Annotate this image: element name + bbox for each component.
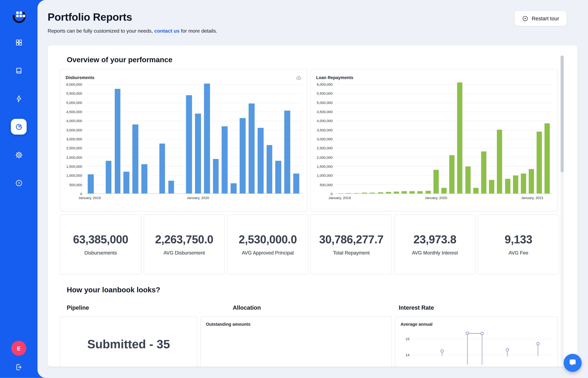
stat-card-disbursements: 63,385,000 Disbursements	[60, 214, 141, 274]
overview-section-title: Overview of your performance	[67, 55, 578, 64]
allocation-card: Outstanding amounts	[200, 316, 392, 367]
interest-rate-subtitle: Average annual	[400, 322, 552, 327]
chat-bubble-icon	[568, 358, 577, 367]
stat-label: AVG Disbursement	[164, 250, 205, 256]
stat-label: AVG Fee	[509, 250, 528, 256]
help-icon: ?	[15, 179, 23, 187]
stats-row: 63,385,000 Disbursements 2,263,750.0 AVG…	[60, 214, 559, 274]
logout-button[interactable]	[11, 361, 27, 373]
lightning-icon	[15, 95, 23, 103]
stat-label: AVG Approved Principal	[242, 250, 294, 256]
stat-value: 2,263,750.0	[155, 233, 213, 246]
scrollbar-thumb[interactable]	[561, 55, 564, 173]
subtitle-text: Reports can be fully customized to your …	[48, 28, 154, 34]
gear-icon	[15, 151, 23, 159]
x-axis: January, 2019January, 2020	[85, 194, 302, 201]
sidebar-item-reports[interactable]	[11, 119, 27, 135]
grid-icon	[15, 39, 23, 46]
stat-value: 9,133	[505, 233, 532, 246]
stat-value: 2,530,000.0	[239, 233, 297, 246]
sidebar-bottom: E	[11, 341, 27, 373]
stat-card-avg-fee: 9,133 AVG Fee	[478, 214, 559, 274]
stat-label: Disbursements	[84, 250, 117, 256]
stat-card-avg-disbursement: 2,263,750.0 AVG Disbursement	[144, 214, 225, 274]
y-axis: 0500,0001,000,0001,500,0002,000,0002,500…	[316, 84, 336, 194]
sidebar-item-actions[interactable]	[11, 91, 27, 107]
book-icon	[15, 67, 23, 74]
disbursements-chart: Disbursments 0500,0001,000,0001,500,0002…	[60, 69, 308, 211]
restart-tour-button[interactable]: Restart tour	[514, 11, 567, 26]
svg-text:?: ?	[18, 181, 20, 185]
svg-text:14: 14	[406, 353, 410, 357]
pipeline-card: Submitted - 35	[60, 316, 197, 367]
plot-area	[336, 84, 552, 194]
pie-chart-icon	[15, 123, 23, 131]
stat-value: 63,385,000	[73, 233, 128, 246]
page-subtitle: Reports can be fully customized to your …	[48, 28, 588, 34]
sidebar-item-loanbook[interactable]	[11, 63, 27, 78]
app-window: ? E Portfolio Reports Reports can b	[0, 0, 588, 378]
sidebar-item-dashboard[interactable]	[11, 35, 27, 50]
loanbook-section-title: How your loanbook looks?	[67, 286, 578, 294]
page-title: Portfolio Reports	[48, 11, 588, 23]
pipeline-heading: Pipeline	[60, 304, 226, 311]
page-header: Portfolio Reports Reports can be fully c…	[38, 0, 588, 34]
interest-rate-card: Average annual 1514	[395, 316, 558, 367]
app-logo[interactable]	[10, 8, 27, 25]
loanbook-row: Submitted - 35 Outstanding amounts Avera…	[60, 316, 558, 367]
stat-card-avg-approved-principal: 2,530,000.0 AVG Approved Principal	[227, 214, 309, 274]
chart-title: Disbursments	[66, 75, 95, 80]
interest-rate-heading: Interest Rate	[392, 304, 558, 311]
sidebar: ? E	[0, 0, 38, 378]
reports-card: Overview of your performance Disbursment…	[48, 45, 577, 367]
contact-us-link[interactable]: contact us	[154, 28, 180, 34]
main-content: Portfolio Reports Reports can be fully c…	[38, 0, 588, 378]
chat-widget-button[interactable]	[564, 354, 582, 372]
loanbook-headings: Pipeline Allocation Interest Rate	[60, 304, 558, 311]
stat-card-total-repayment: 30,786,277.7 Total Repayment	[311, 214, 392, 274]
x-axis: January, 2019January, 2020January, 2021	[336, 194, 552, 201]
pipeline-value: Submitted - 35	[87, 337, 170, 367]
y-axis: 0500,0001,000,0001,500,0002,000,0002,500…	[66, 84, 85, 194]
stat-card-avg-monthly-interest: 23,973.8 AVG Monthly Interest	[394, 214, 476, 274]
svg-text:15: 15	[406, 337, 410, 341]
stat-value: 23,973.8	[413, 233, 456, 246]
sidebar-nav: ?	[11, 35, 27, 191]
sidebar-item-settings[interactable]	[11, 147, 27, 163]
charts-row: Disbursments 0500,0001,000,0001,500,0002…	[60, 69, 558, 211]
stat-label: Total Repayment	[333, 250, 370, 256]
plot-area	[85, 84, 302, 194]
logout-icon	[15, 363, 23, 371]
subtitle-text: for more details.	[180, 28, 217, 34]
stat-label: AVG Monthly Interest	[412, 250, 458, 256]
restart-tour-label: Restart tour	[532, 15, 559, 21]
scrollbar-track[interactable]	[561, 55, 564, 361]
sidebar-item-help[interactable]: ?	[11, 175, 27, 191]
allocation-heading: Allocation	[226, 304, 392, 311]
cloud-download-icon[interactable]	[296, 74, 302, 81]
loan-repayments-chart: Loan Repayments 0500,0001,000,0001,500,0…	[311, 69, 558, 211]
chart-title: Loan Repayments	[316, 75, 353, 80]
play-circle-icon	[522, 15, 528, 21]
allocation-subtitle: Outstanding amounts	[206, 322, 386, 327]
stat-value: 30,786,277.7	[319, 233, 383, 246]
interest-rate-mini-chart: 1514	[400, 332, 552, 366]
user-avatar[interactable]: E	[11, 341, 26, 356]
